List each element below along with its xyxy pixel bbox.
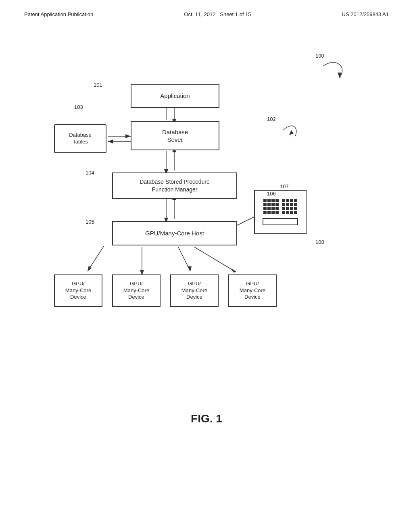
- header-patent-number: US 2012/259843 A1: [342, 11, 389, 17]
- box-database-server: Database Sever: [131, 121, 219, 150]
- header-date-sheet: Oct. 11, 2012 Sheet 1 of 15: [184, 11, 251, 17]
- label-102: 102: [267, 116, 276, 122]
- box-gpu-device-3: GPU/ Many-Core Device: [170, 274, 219, 307]
- box-database-tables: Database Tables: [54, 124, 106, 153]
- label-104: 104: [86, 170, 94, 176]
- svg-marker-7: [108, 139, 113, 143]
- box-db-stored: Database Stored Procedure Function Manag…: [112, 172, 237, 199]
- label-105: 105: [86, 219, 94, 225]
- svg-marker-17: [88, 266, 92, 271]
- box-gpu-device-4: GPU/ Many-Core Device: [228, 274, 277, 307]
- box-application: Application: [131, 84, 219, 108]
- box-gpu-device-1: GPU/ Many-Core Device: [54, 274, 102, 307]
- svg-marker-5: [125, 134, 131, 138]
- label-108: 108: [315, 239, 324, 245]
- label-100: 100: [315, 53, 324, 59]
- label-106: 106: [267, 191, 276, 197]
- svg-marker-25: [289, 130, 294, 135]
- svg-line-22: [194, 247, 235, 271]
- svg-marker-24: [338, 73, 342, 78]
- page-header: Patent Application Publication Oct. 11, …: [0, 0, 413, 17]
- label-103: 103: [74, 104, 83, 110]
- gpu-chip-right: [282, 199, 297, 214]
- svg-marker-21: [188, 266, 192, 271]
- diagram-area: 100 Application 101 103 Database Sever 1…: [33, 42, 380, 404]
- label-107: 107: [280, 183, 289, 189]
- label-101: 101: [94, 82, 102, 88]
- gpu-chip-left: [263, 199, 279, 214]
- header-publication: Patent Application Publication: [24, 11, 93, 17]
- svg-line-20: [178, 247, 190, 271]
- figure-label: FIG. 1: [0, 412, 413, 425]
- box-gpu-host: GPU/Many-Core Host: [112, 221, 237, 245]
- svg-marker-23: [232, 268, 237, 272]
- box-gpu-chip: [254, 190, 307, 234]
- box-gpu-device-2: GPU/ Many-Core Device: [112, 274, 161, 307]
- svg-line-16: [88, 246, 104, 271]
